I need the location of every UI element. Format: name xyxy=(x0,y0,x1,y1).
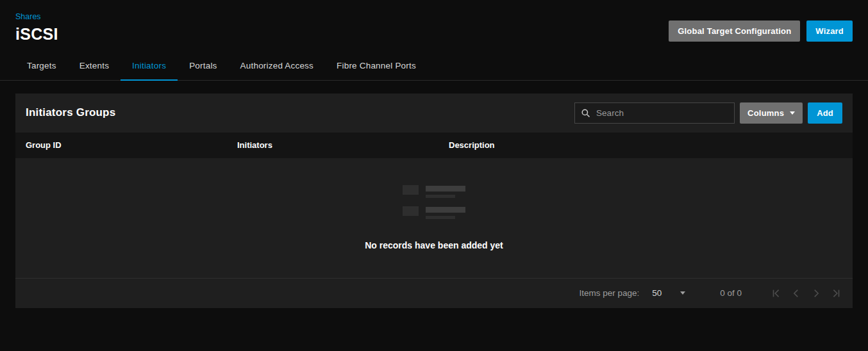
empty-state-illustration xyxy=(403,185,465,227)
column-header-description[interactable]: Description xyxy=(449,140,842,150)
skeleton-box xyxy=(403,185,419,195)
search-input[interactable] xyxy=(595,108,728,118)
panel-actions: Columns Add xyxy=(574,102,842,124)
page: Shares iSCSI Global Target Configuration… xyxy=(0,0,868,308)
previous-page-button[interactable] xyxy=(790,287,803,300)
breadcrumb[interactable]: Shares xyxy=(15,12,41,21)
header-actions: Global Target Configuration Wizard xyxy=(669,20,853,44)
wizard-button[interactable]: Wizard xyxy=(806,20,853,42)
tab-portals[interactable]: Portals xyxy=(178,53,228,80)
pagination-controls xyxy=(770,287,842,300)
chevron-left-icon xyxy=(790,288,802,299)
last-page-icon xyxy=(830,288,842,299)
items-per-page-label: Items per page: xyxy=(579,288,639,298)
initiators-groups-panel: Initiators Groups Columns Add Group ID xyxy=(15,94,853,308)
page-title: iSCSI xyxy=(15,26,58,44)
tab-initiators[interactable]: Initiators xyxy=(121,53,178,80)
title-block: Shares iSCSI xyxy=(15,10,58,44)
empty-message: No records have been added yet xyxy=(365,240,503,250)
chevron-right-icon xyxy=(810,288,822,299)
tab-authorized-access[interactable]: Authorized Access xyxy=(229,53,325,80)
next-page-button[interactable] xyxy=(810,287,822,300)
skeleton-row xyxy=(403,185,465,198)
columns-button-label: Columns xyxy=(747,108,784,118)
items-per-page-select[interactable]: 50 xyxy=(648,288,689,298)
global-target-configuration-button[interactable]: Global Target Configuration xyxy=(669,20,800,42)
tab-targets[interactable]: Targets xyxy=(15,53,68,80)
panel-title: Initiators Groups xyxy=(26,106,115,119)
skeleton-bar xyxy=(426,207,465,213)
table-header-row: Group ID Initiators Description xyxy=(15,133,853,158)
page-range-label: 0 of 0 xyxy=(720,288,742,298)
skeleton-bars xyxy=(426,185,465,198)
tab-fibre-channel-ports[interactable]: Fibre Channel Ports xyxy=(325,53,428,80)
column-header-initiators[interactable]: Initiators xyxy=(237,140,449,150)
tab-extents[interactable]: Extents xyxy=(68,53,121,80)
paginator: Items per page: 50 0 of 0 xyxy=(15,278,853,308)
chevron-down-icon xyxy=(790,111,795,115)
page-header: Shares iSCSI Global Target Configuration… xyxy=(0,0,868,44)
skeleton-bar xyxy=(426,186,465,192)
panel-header: Initiators Groups Columns Add xyxy=(15,94,853,133)
skeleton-bars xyxy=(426,206,465,219)
add-button[interactable]: Add xyxy=(808,102,842,124)
first-page-icon xyxy=(771,288,782,299)
skeleton-box xyxy=(403,206,419,216)
column-header-group-id[interactable]: Group ID xyxy=(26,140,237,150)
skeleton-bar xyxy=(426,216,455,219)
last-page-button[interactable] xyxy=(830,287,842,300)
columns-button[interactable]: Columns xyxy=(740,102,803,124)
search-icon xyxy=(581,108,590,118)
skeleton-bar xyxy=(426,195,455,198)
table-empty-state: No records have been added yet xyxy=(15,158,853,278)
chevron-down-icon xyxy=(680,291,685,295)
items-per-page-value: 50 xyxy=(652,288,662,298)
skeleton-row xyxy=(403,206,465,219)
first-page-button[interactable] xyxy=(770,287,783,300)
tab-bar: Targets Extents Initiators Portals Autho… xyxy=(0,53,868,81)
search-box[interactable] xyxy=(574,102,735,124)
